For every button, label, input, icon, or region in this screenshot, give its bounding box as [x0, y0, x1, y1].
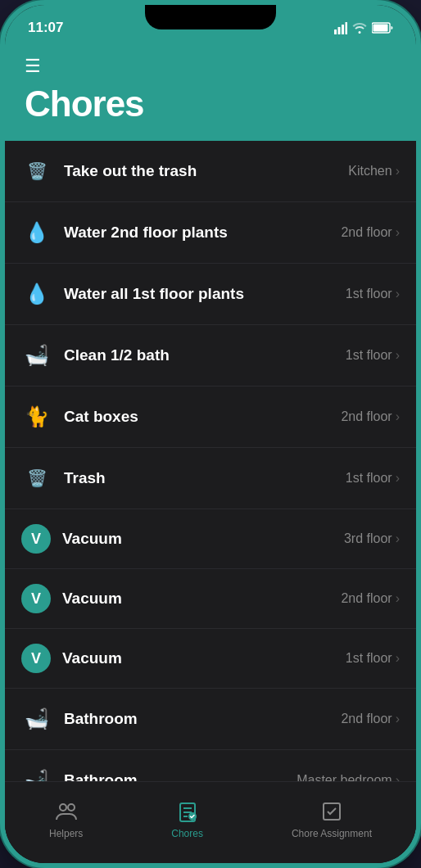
- trash-icon: 🗑️: [21, 463, 52, 494]
- menu-icon[interactable]: ☰: [25, 56, 396, 77]
- vacuum-icon: V: [21, 584, 51, 613]
- chevron-right-icon: ›: [396, 348, 400, 363]
- phone-frame: 11:07 ☰ Chores 🗑️Take: [0, 0, 421, 868]
- helpers-icon: [53, 798, 79, 825]
- signal-icon: [334, 21, 347, 34]
- chevron-right-icon: ›: [396, 591, 400, 606]
- vacuum-icon: V: [21, 524, 51, 554]
- page-title: Chores: [25, 84, 396, 124]
- status-time: 11:07: [28, 20, 63, 36]
- tab-helpers[interactable]: Helpers: [33, 792, 99, 846]
- item-label: Water all 1st floor plants: [64, 285, 346, 303]
- list-item[interactable]: VVacuum3rd floor›: [5, 509, 416, 569]
- item-location: 2nd floor: [341, 409, 392, 424]
- chevron-right-icon: ›: [396, 164, 400, 179]
- list-item[interactable]: 🐈Cat boxes2nd floor›: [5, 387, 416, 448]
- chores-icon: [174, 798, 201, 825]
- item-label: Trash: [64, 469, 346, 487]
- chevron-right-icon: ›: [396, 409, 400, 424]
- chores-list: 🗑️Take out the trashKitchen›💧Water 2nd f…: [5, 141, 416, 868]
- vacuum-icon: V: [21, 644, 51, 673]
- list-item[interactable]: 🗑️Take out the trashKitchen›: [5, 141, 416, 202]
- svg-rect-3: [346, 22, 348, 34]
- notch: [145, 5, 276, 29]
- item-label: Vacuum: [62, 590, 341, 608]
- item-label: Vacuum: [62, 530, 344, 548]
- list-item[interactable]: 🗑️Trash1st floor›: [5, 448, 416, 509]
- trash-icon: 🗑️: [21, 156, 52, 187]
- item-location: Kitchen: [348, 164, 392, 179]
- tab-chores[interactable]: Chores: [155, 792, 220, 846]
- tab-bar: Helpers Chores C: [5, 781, 416, 863]
- status-icons: [334, 21, 393, 34]
- wifi-icon: [352, 22, 367, 34]
- list-item[interactable]: 🛁Bathroom2nd floor›: [5, 689, 416, 750]
- tab-chore-assignment[interactable]: Chore Assignment: [275, 792, 388, 846]
- tab-chores-label: Chores: [171, 828, 203, 839]
- list-item[interactable]: 💧Water 2nd floor plants2nd floor›: [5, 202, 416, 264]
- item-location: 2nd floor: [341, 591, 392, 606]
- item-label: Bathroom: [64, 710, 341, 728]
- battery-icon: [372, 22, 393, 34]
- tab-helpers-label: Helpers: [49, 828, 83, 839]
- list-item[interactable]: VVacuum1st floor›: [5, 629, 416, 689]
- cat-icon: 🐈: [21, 401, 52, 432]
- item-location: 3rd floor: [344, 531, 392, 546]
- svg-rect-1: [338, 27, 341, 34]
- water-drop-icon: 💧: [21, 217, 52, 248]
- svg-rect-0: [334, 29, 337, 34]
- tab-chore-assignment-label: Chore Assignment: [292, 828, 372, 839]
- svg-rect-2: [342, 25, 344, 34]
- item-label: Cat boxes: [64, 408, 341, 426]
- list-item[interactable]: 🛁Clean 1/2 bath1st floor›: [5, 325, 416, 387]
- bath-icon: 🛁: [21, 340, 52, 371]
- item-location: 2nd floor: [341, 225, 392, 240]
- svg-rect-5: [373, 25, 388, 32]
- chevron-right-icon: ›: [396, 712, 400, 726]
- item-location: 2nd floor: [341, 712, 392, 726]
- item-label: Clean 1/2 bath: [64, 346, 346, 364]
- item-label: Take out the trash: [64, 162, 348, 180]
- header: ☰ Chores: [5, 47, 416, 141]
- item-location: 1st floor: [346, 287, 392, 301]
- list-item[interactable]: VVacuum2nd floor›: [5, 569, 416, 629]
- chore-assignment-icon: [319, 798, 345, 825]
- item-label: Vacuum: [62, 649, 346, 667]
- chevron-right-icon: ›: [396, 471, 400, 486]
- item-label: Water 2nd floor plants: [64, 224, 341, 242]
- list-item[interactable]: 💧Water all 1st floor plants1st floor›: [5, 264, 416, 325]
- water-drop-icon: 💧: [21, 278, 52, 310]
- chevron-right-icon: ›: [396, 287, 400, 301]
- item-location: 1st floor: [346, 471, 392, 486]
- bath-icon: 🛁: [21, 703, 52, 735]
- item-location: 1st floor: [346, 348, 392, 363]
- chevron-right-icon: ›: [396, 225, 400, 240]
- item-location: 1st floor: [346, 651, 392, 666]
- svg-point-7: [68, 804, 75, 811]
- chevron-right-icon: ›: [396, 531, 400, 546]
- svg-point-6: [60, 804, 66, 811]
- chevron-right-icon: ›: [396, 651, 400, 666]
